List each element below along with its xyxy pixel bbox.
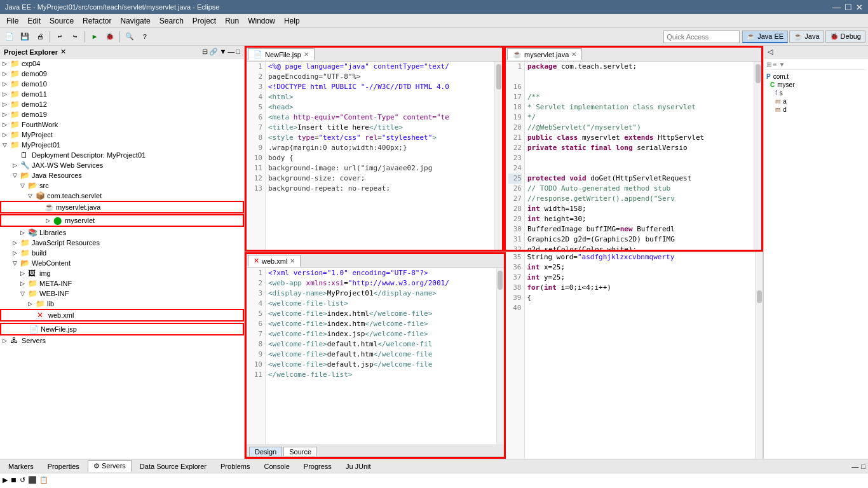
scrollbar-newfile[interactable] xyxy=(494,62,502,250)
source-tab[interactable]: Source xyxy=(283,447,317,456)
tree-lib[interactable]: ▷ 📁 lib xyxy=(0,299,244,309)
bt-icon4[interactable]: ⬛ xyxy=(28,476,37,484)
editor-content-webxml[interactable]: 1 2 3 4 5 6 7 8 9 10 11 <?xml version="1… xyxy=(247,268,504,444)
rp-icon1[interactable]: ⊞ xyxy=(766,61,771,68)
bt-icon2[interactable]: ⏹ xyxy=(10,476,17,484)
tree-demo12[interactable]: ▷ 📁 demo12 xyxy=(0,99,244,109)
menu-refactor[interactable]: Refactor xyxy=(79,15,115,27)
tree-java-resources[interactable]: ▽ 📂 Java Resources xyxy=(0,170,244,180)
minimize-button[interactable]: — xyxy=(832,3,841,12)
outline-package[interactable]: P com.t xyxy=(765,72,867,81)
tree-servers[interactable]: ▷ 🖧 Servers xyxy=(0,336,244,346)
undo-btn[interactable]: ↩ xyxy=(53,30,67,44)
outline-method1[interactable]: m a xyxy=(765,97,867,105)
bt-icon5[interactable]: 📋 xyxy=(39,476,48,484)
outline-field1[interactable]: f s xyxy=(765,89,867,97)
bottom-tab-servers[interactable]: ⚙ Servers xyxy=(88,460,132,472)
close-button[interactable]: ✕ xyxy=(856,3,863,12)
menu-project[interactable]: Project xyxy=(189,15,220,27)
tab-close-webxml[interactable]: ✕ xyxy=(290,257,295,264)
pe-collapse-icon[interactable]: ⊟ xyxy=(202,48,208,56)
menu-run[interactable]: Run xyxy=(221,15,243,27)
scrollbar-myservlet-bottom[interactable] xyxy=(755,252,763,459)
bottom-tab-junit[interactable]: Ju JUnit xyxy=(340,461,377,472)
tab-newfile-jsp[interactable]: 📄 NewFile.jsp ✕ xyxy=(248,48,315,60)
bottom-tab-console[interactable]: Console xyxy=(258,461,295,472)
tree-libraries[interactable]: ▷ 📚 Libraries xyxy=(0,227,244,238)
tree-js-resources[interactable]: ▷ 📁 JavaScript Resources xyxy=(0,238,244,248)
bottom-tab-problems[interactable]: Problems xyxy=(215,461,255,472)
bottom-tab-progress[interactable]: Progress xyxy=(298,461,337,472)
tab-web-xml[interactable]: ✕ web.xml ✕ xyxy=(248,255,301,267)
bottom-minimize-icon[interactable]: — xyxy=(851,463,858,470)
tree-fourthwork[interactable]: ▷ 📁 FourthWork xyxy=(0,119,244,130)
tree-cxp04[interactable]: ▷ 📁 cxp04 xyxy=(0,58,244,69)
scrollbar-webxml[interactable] xyxy=(496,268,504,444)
tree-jaxws[interactable]: ▷ 🔧 JAX-WS Web Services xyxy=(0,160,244,170)
tree-package[interactable]: ▽ 📦 com.teach.servlet xyxy=(0,191,244,201)
perspective-javaee[interactable]: ☕ Java EE xyxy=(742,30,788,43)
outline-method2[interactable]: m d xyxy=(765,105,867,114)
bt-icon1[interactable]: ▶ xyxy=(3,476,8,484)
new-btn[interactable]: 📄 xyxy=(3,30,17,44)
tree-myservlet-java[interactable]: ☕ myservlet.java xyxy=(0,201,244,214)
design-tab[interactable]: Design xyxy=(249,447,282,456)
pe-min-icon[interactable]: — xyxy=(227,48,234,56)
tree-myproject01[interactable]: ▽ 📁 MyProject01 xyxy=(0,140,244,150)
bt-icon3[interactable]: ↺ xyxy=(20,476,25,484)
pe-close-icon[interactable]: ✕ xyxy=(60,48,66,56)
menu-navigate[interactable]: Navigate xyxy=(116,15,154,27)
save-btn[interactable]: 💾 xyxy=(18,30,32,44)
tree-myproject[interactable]: ▷ 📁 MyProject xyxy=(0,130,244,140)
tree-demo11[interactable]: ▷ 📁 demo11 xyxy=(0,89,244,99)
maximize-button[interactable]: ☐ xyxy=(844,3,852,12)
bottom-maximize-icon[interactable]: □ xyxy=(861,463,865,470)
window-controls[interactable]: — ☐ ✕ xyxy=(832,3,863,12)
menu-help[interactable]: Help xyxy=(280,15,304,27)
editor-content-myservlet[interactable]: 1 16 17 18 19 20 21 22 23 24 25 26 27 xyxy=(506,62,761,250)
tree-build[interactable]: ▷ 📁 build xyxy=(0,248,244,258)
menu-file[interactable]: File xyxy=(3,15,22,27)
tree-webcontent[interactable]: ▽ 📂 WebContent xyxy=(0,258,244,268)
tree-src[interactable]: ▽ 📂 src xyxy=(0,180,244,191)
print-btn[interactable]: 🖨 xyxy=(33,30,47,44)
tab-close-myservlet[interactable]: ✕ xyxy=(571,51,576,58)
pe-menu-icon[interactable]: ▼ xyxy=(219,48,226,56)
help-btn[interactable]: ? xyxy=(138,30,152,44)
search-btn[interactable]: 🔍 xyxy=(123,30,137,44)
tree-newfile-jsp[interactable]: 📄 NewFile.jsp xyxy=(0,323,244,336)
bottom-tab-datasource[interactable]: Data Source Explorer xyxy=(134,461,212,472)
menu-search[interactable]: Search xyxy=(156,15,187,27)
quick-access-input[interactable] xyxy=(663,30,740,43)
bottom-tab-properties[interactable]: Properties xyxy=(42,461,85,472)
perspective-java[interactable]: ☕ Java xyxy=(789,30,824,43)
debug-btn[interactable]: 🐞 xyxy=(103,30,117,44)
pe-max-icon[interactable]: □ xyxy=(236,48,240,56)
tab-myservlet-java[interactable]: ☕ myservlet.java ✕ xyxy=(507,48,582,60)
rp-icon3[interactable]: ▼ xyxy=(778,61,785,68)
tree-web-xml[interactable]: ✕ web.xml xyxy=(0,309,244,322)
tree-meta-inf[interactable]: ▷ 📁 META-INF xyxy=(0,278,244,288)
menu-edit[interactable]: Edit xyxy=(24,15,44,27)
tree-demo19[interactable]: ▷ 📁 demo19 xyxy=(0,109,244,119)
pe-link-icon[interactable]: 🔗 xyxy=(209,48,218,56)
tree-img[interactable]: ▷ 🖼 img xyxy=(0,268,244,278)
tab-close-newfile[interactable]: ✕ xyxy=(304,51,309,58)
bottom-tab-markers[interactable]: Markers xyxy=(3,461,39,472)
rp-collapse-icon[interactable]: ◁ xyxy=(768,48,773,55)
run-btn[interactable]: ▶ xyxy=(88,30,102,44)
tree-demo10[interactable]: ▷ 📁 demo10 xyxy=(0,79,244,89)
outline-class[interactable]: C myser xyxy=(765,81,867,89)
editor-content-newfile[interactable]: 1 2 3 4 5 6 7 8 9 10 11 12 13 xyxy=(247,62,502,250)
tree-demo09[interactable]: ▷ 📁 demo09 xyxy=(0,69,244,79)
rp-icon2[interactable]: ≡ xyxy=(773,61,777,68)
scrollbar-myservlet[interactable] xyxy=(754,62,761,250)
perspective-debug[interactable]: 🐞 Debug xyxy=(825,30,865,43)
redo-btn[interactable]: ↪ xyxy=(68,30,82,44)
menu-window[interactable]: Window xyxy=(244,15,279,27)
menu-source[interactable]: Source xyxy=(46,15,78,27)
tree-deployment[interactable]: 🗒 Deployment Descriptor: MyProject01 xyxy=(0,150,244,160)
editor-content-myservlet-bottom[interactable]: 35 36 37 38 39 40 String word="asdfghjkl… xyxy=(506,252,763,459)
tree-web-inf[interactable]: ▽ 📁 WEB-INF xyxy=(0,288,244,299)
tree-myservlet-class[interactable]: ▷ ⬤ myservlet xyxy=(0,214,244,227)
